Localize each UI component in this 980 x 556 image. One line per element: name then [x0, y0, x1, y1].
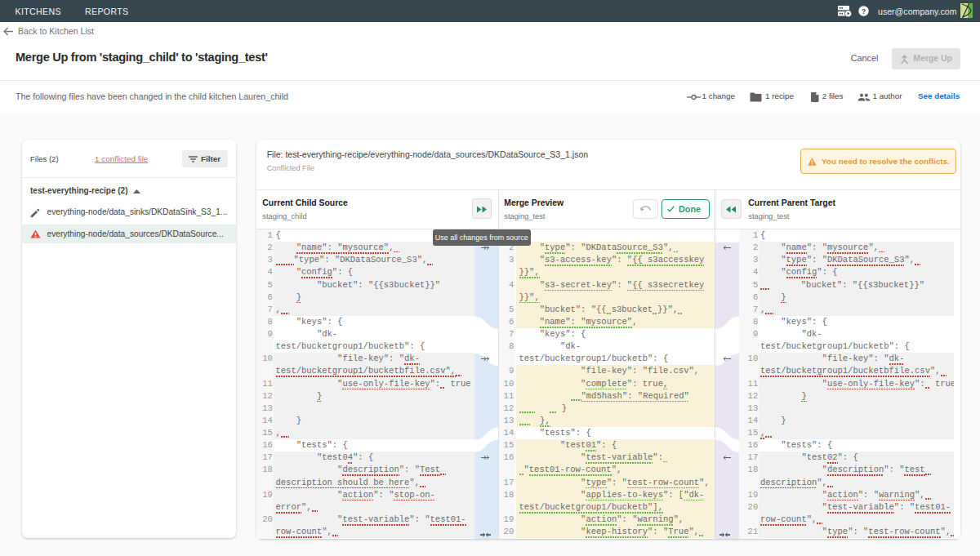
svg-text:?: ? [861, 7, 865, 16]
